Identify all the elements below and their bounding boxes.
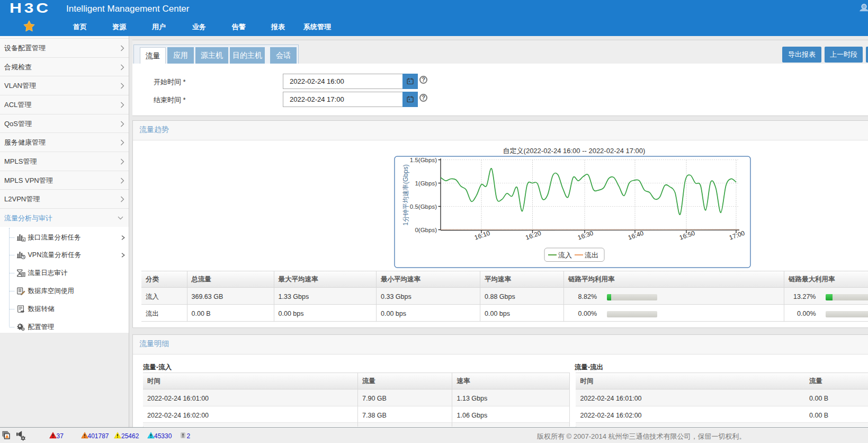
svg-text:1分钟平均速率(Gbps): 1分钟平均速率(Gbps) [402, 164, 409, 225]
svg-text:流出: 流出 [585, 251, 598, 259]
svg-text:0(Gbps): 0(Gbps) [415, 227, 437, 233]
svg-text:1(Gbps): 1(Gbps) [415, 180, 437, 187]
svg-text:1.5(Gbps): 1.5(Gbps) [410, 157, 437, 163]
svg-text:流入: 流入 [558, 251, 572, 259]
svg-text:0.5(Gbps): 0.5(Gbps) [410, 203, 437, 210]
